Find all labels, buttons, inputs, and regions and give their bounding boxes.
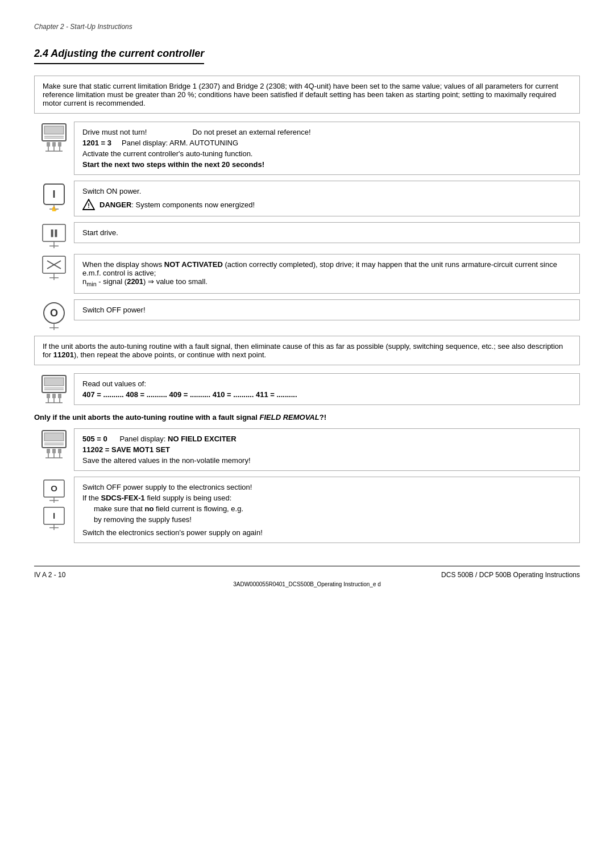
step-8-9-icons: O I <box>34 477 74 530</box>
svg-text:▐ ▌: ▐ ▌ <box>49 229 60 237</box>
step1-activate: Activate the current controller's auto-t… <box>82 149 252 158</box>
power-on-icon: I ✋ <box>42 182 67 211</box>
info-box-1: Make sure that static current limitation… <box>34 76 580 114</box>
svg-rect-43 <box>44 433 64 441</box>
step-6-icon <box>34 373 74 404</box>
only-if-bold-italic: FIELD REMOVAL <box>260 413 320 422</box>
only-if-post: ?! <box>320 413 326 422</box>
step-5-row: O Switch OFF power! <box>34 299 580 330</box>
step-1-icon <box>34 122 74 152</box>
svg-rect-47 <box>52 449 56 453</box>
step-4-icon <box>34 254 74 283</box>
step-6-row: Read out values of: 407 = .......... 408… <box>34 373 580 405</box>
step3-start-drive: Start drive. <box>82 228 118 237</box>
step-6-text: Read out values of: 407 = .......... 408… <box>74 373 580 405</box>
step8-line3: make sure that no field current is flowi… <box>82 504 571 513</box>
step8-line2-pre: If the <box>82 494 101 502</box>
step1-panel-display: Panel display: ARM. AUTOTUNING <box>122 139 238 147</box>
svg-text:I: I <box>53 511 55 520</box>
svg-text:✋: ✋ <box>51 206 58 211</box>
chapter-header: Chapter 2 - Start-Up Instructions <box>34 23 580 31</box>
step2-danger-row: ! DANGER: System components now energize… <box>82 199 571 210</box>
step1-no-preset: Do not preset an external reference! <box>192 128 310 136</box>
readout-panel-icon <box>41 374 67 404</box>
step-3-icon: ▐ ▌ <box>34 222 74 248</box>
step-2-text: Switch ON power. ! DANGER: System compon… <box>74 181 580 216</box>
step5-switch-off: Switch OFF power! <box>82 306 146 314</box>
step8-fex-bold: SDCS-FEX-1 <box>101 494 145 502</box>
step1-no-turn: Drive must not turn! <box>82 128 147 136</box>
step2-danger-bold: DANGER <box>99 201 131 209</box>
step-4-row: When the display shows NOT ACTIVATED (ac… <box>34 254 580 294</box>
svg-rect-35 <box>47 394 50 398</box>
step8-line2-post: field supply is being used: <box>145 494 231 502</box>
power-off-icon: O <box>42 301 67 330</box>
step-7-text: 505 = 0 Panel display: NO FIELD EXCITER … <box>74 428 580 471</box>
footer-right: DCS 500B / DCP 500B Operating Instructio… <box>441 571 580 579</box>
footer-bar: IV A 2 - 10 DCS 500B / DCP 500B Operatin… <box>34 566 580 579</box>
svg-rect-46 <box>47 449 50 453</box>
footer-left: IV A 2 - 10 <box>34 571 65 579</box>
step-5-icon: O <box>34 299 74 330</box>
only-if-pre: Only if the unit aborts the auto-tuning … <box>34 413 260 422</box>
step-1-row: Drive must not turn! Do not preset an ex… <box>34 122 580 175</box>
step-8-9-text: Switch OFF power supply to the electroni… <box>74 477 580 543</box>
step7-param1-bold2: NO FIELD EXCITER <box>168 435 237 443</box>
step7-param1-spacer <box>109 435 117 443</box>
step-3-row: ▐ ▌ Start drive. <box>34 222 580 248</box>
info-box-1-text: Make sure that static current limitation… <box>43 82 558 107</box>
step4-nmin: nmin - signal (2201) ⇒ value too small. <box>82 277 208 286</box>
svg-text:O: O <box>51 483 57 493</box>
step7-param1-bold: 505 = 0 <box>82 435 107 443</box>
step4-pre: When the display shows <box>82 260 164 269</box>
step-3-text: Start drive. <box>74 222 580 243</box>
panel-icon <box>41 123 67 152</box>
step8-line1: Switch OFF power supply to the electroni… <box>82 483 571 491</box>
only-if-line: Only if the unit aborts the auto-tuning … <box>34 413 580 422</box>
step2-danger-text: : System components now energized! <box>131 201 255 209</box>
svg-rect-5 <box>52 142 56 147</box>
svg-rect-36 <box>52 394 56 398</box>
step4-bold1: NOT ACTIVATED <box>164 260 223 269</box>
step8-line3-post: field current is flowing, e.g. <box>154 504 244 513</box>
svg-rect-48 <box>58 449 61 453</box>
step-7-icon <box>34 428 74 459</box>
step8-line2: If the SDCS-FEX-1 field supply is being … <box>82 494 571 502</box>
step9-text: Switch the electronics section's power s… <box>82 528 571 537</box>
step4-nmin-sub: min <box>86 281 96 287</box>
step7-param2-text: Save the altered values in the non-volat… <box>82 456 251 465</box>
svg-rect-1 <box>44 126 64 134</box>
stop-x-icon <box>42 255 67 283</box>
start-drive-icon: ▐ ▌ <box>42 223 67 248</box>
power-on-small-icon: I <box>42 505 67 530</box>
step6-read-label: Read out values of: <box>82 379 571 388</box>
fault-text2: ), then repeat the above points, or cont… <box>74 350 266 359</box>
svg-rect-37 <box>58 394 61 398</box>
svg-rect-6 <box>58 142 61 147</box>
step-1-text: Drive must not turn! Do not preset an ex… <box>74 122 580 175</box>
step-5-text: Switch OFF power! <box>74 299 580 320</box>
step1-param: 1201 = 3 <box>82 139 111 147</box>
fault-bold1: 11201 <box>53 350 74 359</box>
step8-no-bold: no <box>145 504 154 513</box>
svg-text:!: ! <box>88 202 90 209</box>
svg-text:O: O <box>50 307 58 319</box>
danger-triangle-icon: ! <box>82 199 95 210</box>
step8-line3-pre: make sure that <box>94 504 145 513</box>
panel-icon-2 <box>41 429 67 459</box>
svg-rect-32 <box>44 378 64 386</box>
step2-switch-on: Switch ON power. <box>82 187 571 195</box>
step7-param1-text: Panel display: <box>119 435 168 443</box>
step6-values: 407 = .......... 408 = .......... 409 = … <box>82 390 571 399</box>
power-off-circle-icon: O <box>42 478 67 503</box>
svg-text:I: I <box>52 189 55 200</box>
step-8-9-row: O I Switch OFF power supply to the elect… <box>34 477 580 543</box>
svg-rect-4 <box>47 142 50 147</box>
step1-panel-label <box>114 139 120 147</box>
step7-param2-bold: 11202 = SAVE MOT1 SET <box>82 445 170 454</box>
step8-line4: by removing the supply fuses! <box>82 515 571 524</box>
step-2-icon: I ✋ <box>34 181 74 211</box>
step-7-row: 505 = 0 Panel display: NO FIELD EXCITER … <box>34 428 580 471</box>
section-title: 2.4 Adjusting the current controller <box>34 48 204 64</box>
footer-doc-number: 3ADW000055R0401_DCS500B_Operating Instru… <box>34 581 580 587</box>
